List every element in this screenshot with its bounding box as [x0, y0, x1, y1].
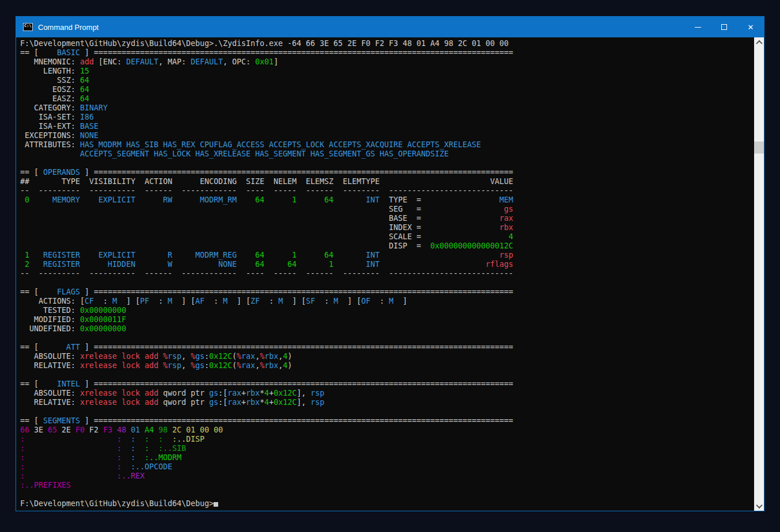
console-line: == [ FLAGS ] ===========================… — [20, 288, 754, 297]
console-line: MODIFIED: 0x0000011F — [20, 315, 754, 324]
console-output[interactable]: F:\Development\GitHub\zydis\Build64\Debu… — [16, 37, 754, 511]
console-line: 66 3E 65 2E F0 F2 F3 48 01 A4 98 2C 01 0… — [20, 426, 754, 435]
console-line: ABSOLUTE: xrelease lock add %rsp, %gs:0x… — [20, 352, 754, 361]
console-line: : : : : : :..DISP — [20, 435, 754, 444]
chevron-up-icon — [756, 40, 762, 46]
console-line: RELATIVE: xrelease lock add %rsp, %gs:0x… — [20, 361, 754, 370]
close-icon: ✕ — [748, 24, 754, 31]
console-line: F:\Development\GitHub\zydis\Build64\Debu… — [20, 39, 754, 48]
chevron-down-icon — [756, 502, 762, 508]
console-line: UNDEFINED: 0x00000000 — [20, 324, 754, 334]
cmd-icon: C:\ — [23, 23, 33, 31]
console-line: : : :..OPCODE — [20, 462, 754, 472]
console-line: ACTIONS: [CF : M ] [PF : M ] [AF : M ] [… — [20, 297, 754, 306]
console-line: -- --------- ---------- ------ ---------… — [20, 186, 754, 196]
console-line — [20, 278, 754, 288]
scroll-down-button[interactable] — [754, 501, 764, 511]
command-prompt-window: C:\ Command Prompt ✕ F:\Development\GitH… — [16, 16, 764, 511]
close-button[interactable]: ✕ — [737, 17, 764, 37]
console-line: ABSOLUTE: xrelease lock add qword ptr gs… — [20, 389, 754, 398]
console-line: EASZ: 64 — [20, 94, 754, 104]
console-line: 1 REGISTER EXPLICIT R MODRM_REG 64 1 64 … — [20, 251, 754, 260]
console-line: == [ ATT ] =============================… — [20, 343, 754, 352]
console-line: == [ BASIC ] ===========================… — [20, 48, 754, 58]
console-line: LENGTH: 15 — [20, 67, 754, 76]
console-line: RELATIVE: xrelease lock add qword ptr gs… — [20, 398, 754, 407]
scroll-up-button[interactable] — [754, 37, 764, 47]
desktop: { "window": { "title": "Command Prompt",… — [0, 0, 780, 532]
console-line: F:\Development\GitHub\zydis\Build64\Debu… — [20, 499, 754, 508]
maximize-button[interactable] — [711, 17, 737, 37]
console-client-area: F:\Development\GitHub\zydis\Build64\Debu… — [16, 37, 764, 511]
console-line: BASE = rax — [20, 214, 754, 223]
console-line: EXCEPTIONS: NONE — [20, 131, 754, 140]
console-line: 0 MEMORY EXPLICIT RW MODRM_RM 64 1 64 IN… — [20, 196, 754, 205]
window-title: Command Prompt — [38, 23, 98, 32]
console-line: ACCEPTS_SEGMENT HAS_LOCK HAS_XRELEASE HA… — [20, 150, 754, 159]
console-line: 2 REGISTER HIDDEN W NONE 64 64 1 INT rfl… — [20, 260, 754, 269]
console-line — [20, 407, 754, 416]
console-line: ISA-EXT: BASE — [20, 122, 754, 131]
console-line: == [ SEGMENTS ] ========================… — [20, 416, 754, 426]
cmd-icon-glyph: C:\ — [24, 24, 32, 28]
console-line — [20, 370, 754, 380]
title-bar[interactable]: C:\ Command Prompt ✕ — [16, 17, 764, 37]
text-cursor — [214, 502, 218, 507]
console-line: -- --------- ---------- ------ ---------… — [20, 269, 754, 278]
console-line: SCALE = 4 — [20, 232, 754, 242]
console-line: DISP = 0x000000000000012C — [20, 242, 754, 251]
scrollbar-thumb[interactable] — [754, 141, 764, 154]
console-line: : : : : :..SIB — [20, 444, 754, 453]
maximize-icon — [721, 24, 727, 30]
console-line: ATTRIBUTES: HAS_MODRM HAS_SIB HAS_REX CP… — [20, 140, 754, 150]
console-line: == [ INTEL ] ===========================… — [20, 380, 754, 389]
console-line — [20, 334, 754, 343]
minimize-button[interactable] — [684, 17, 711, 37]
console-line: INDEX = rbx — [20, 223, 754, 232]
console-line: SSZ: 64 — [20, 76, 754, 85]
console-line: : : : :..MODRM — [20, 453, 754, 462]
console-line: EOSZ: 64 — [20, 85, 754, 94]
console-line — [20, 490, 754, 499]
minimize-icon — [695, 27, 701, 28]
console-line: : :..REX — [20, 472, 754, 481]
console-line: MNEMONIC: add [ENC: DEFAULT, MAP: DEFAUL… — [20, 58, 754, 67]
console-line: ## TYPE VISIBILITY ACTION ENCODING SIZE … — [20, 177, 754, 186]
console-line: :..PREFIXES — [20, 481, 754, 490]
vertical-scrollbar[interactable] — [754, 37, 764, 511]
console-line: CATEGORY: BINARY — [20, 104, 754, 113]
console-line: SEG = gs — [20, 205, 754, 214]
console-line: ISA-SET: I86 — [20, 113, 754, 122]
console-line — [20, 159, 754, 168]
window-controls: ✕ — [684, 17, 764, 37]
console-line: == [ OPERANDS ] ========================… — [20, 168, 754, 177]
console-line: TESTED: 0x00000000 — [20, 306, 754, 315]
